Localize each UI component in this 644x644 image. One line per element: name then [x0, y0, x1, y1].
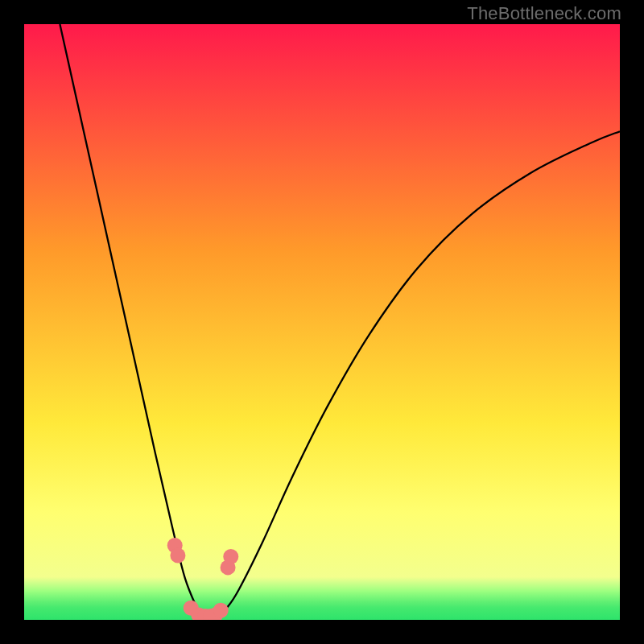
background-gradient — [24, 24, 620, 620]
plot-area — [24, 24, 620, 620]
watermark-text: TheBottleneck.com — [467, 3, 621, 24]
chart-frame: TheBottleneck.com — [0, 0, 644, 644]
svg-rect-0 — [24, 24, 620, 620]
